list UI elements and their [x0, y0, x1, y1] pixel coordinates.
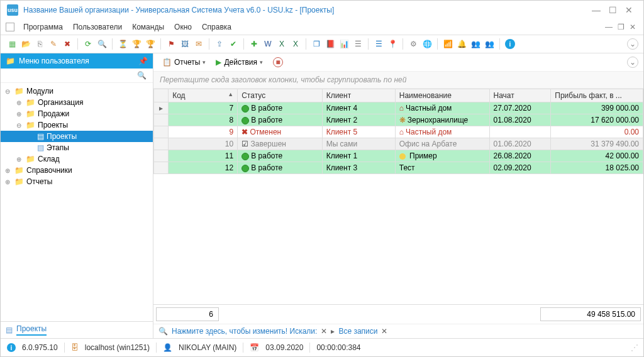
system-menu-icon[interactable] [6, 23, 14, 31]
table-row[interactable]: ▸7В работеКлиент 4⌂Частный дом27.07.2020… [154, 102, 643, 114]
toolbar-book-icon[interactable]: 📕 [324, 38, 336, 50]
cell-client: Клиент 1 [322, 150, 395, 162]
expand-icon[interactable]: ⊕ [14, 156, 23, 163]
data-grid[interactable]: Код▲ Статус Клиент Наименование Начат Пр… [153, 89, 643, 304]
col-name[interactable]: Наименование [395, 89, 489, 102]
toolbar-list-icon[interactable]: ☰ [352, 38, 364, 50]
toolbar-info-icon[interactable]: i [504, 38, 516, 50]
toolbar-globe-icon[interactable]: 🌐 [421, 38, 433, 50]
menu-help[interactable]: Справка [197, 21, 236, 33]
toolbar-trophy-icon[interactable]: 🏆 [130, 38, 143, 50]
col-code[interactable]: Код▲ [169, 89, 238, 102]
toolbar-open-icon[interactable]: 📂 [19, 38, 32, 50]
table-row[interactable]: 8В работеКлиент 2❋Зернохранилище01.08.20… [154, 114, 643, 126]
col-profit[interactable]: Прибыль факт, в ... [551, 89, 643, 102]
toolbar-check-icon[interactable]: ✔ [227, 38, 240, 50]
toolbar-plus-icon[interactable]: ✚ [248, 38, 260, 50]
col-client[interactable]: Клиент [322, 89, 395, 102]
toolbar-gear-icon[interactable]: ⚙ [407, 38, 419, 50]
toolbar-flag-icon[interactable]: ⚑ [165, 38, 177, 50]
toolbar-edit-icon[interactable]: ✎ [47, 38, 60, 50]
cell-started: 27.07.2020 [489, 102, 551, 114]
pin-icon[interactable]: 📌 [138, 57, 148, 65]
toolbar-mail-icon[interactable]: ✉ [192, 38, 205, 50]
table-row[interactable]: 11В работеКлиент 1 Пример26.08.202042 00… [154, 150, 643, 162]
tree-item-справочники[interactable]: ⊕📁Справочники [1, 165, 153, 176]
table-row[interactable]: 12В работеКлиент 3Тест02.09.202018 025.0… [154, 162, 643, 174]
calendar-icon: 📅 [250, 343, 259, 352]
toolbar-excel2-icon[interactable]: X [289, 38, 302, 50]
sidebar-tab-projects[interactable]: ▤ Проекты [1, 321, 153, 338]
toolbar-list2-icon[interactable]: ☰ [372, 38, 385, 50]
toolbar-pin-icon[interactable]: 📍 [386, 38, 399, 50]
menu-users[interactable]: Пользователи [68, 21, 127, 33]
resize-grip-icon[interactable]: ⋰ [631, 343, 637, 352]
toolbar-excel-icon[interactable]: X [275, 38, 288, 50]
toolbar-window-icon[interactable]: ❐ [310, 38, 323, 50]
close-button[interactable]: ✕ [621, 5, 637, 15]
toolbar-export-icon[interactable]: ⇪ [213, 38, 226, 50]
maximize-button[interactable]: ☐ [604, 5, 621, 15]
expand-icon[interactable]: ⊕ [3, 167, 12, 174]
group-by-bar[interactable]: Перетащите сюда заголовок колонки, чтобы… [153, 72, 643, 89]
tree-item-модули[interactable]: ⊖📁Модули [1, 85, 153, 97]
toolbar-users2-icon[interactable]: 👥 [483, 38, 496, 50]
toolbar-users-icon[interactable]: 👥 [469, 38, 482, 50]
tree-item-организация[interactable]: ⊕📁Организация [1, 97, 153, 108]
tree-item-склад[interactable]: ⊕📁Склад [1, 153, 153, 165]
tree-item-продажи[interactable]: ⊕📁Продажи [1, 108, 153, 119]
menu-commands[interactable]: Команды [127, 21, 169, 33]
status-cancel-icon: ✖ [242, 128, 248, 136]
toolbar-trophy2-icon[interactable]: 🏆 [144, 38, 157, 50]
tree-item-проекты[interactable]: ▤Проекты [1, 131, 153, 142]
expand-icon[interactable]: ⊕ [14, 99, 23, 106]
filter-all-records[interactable]: Все записи [338, 327, 377, 336]
table-row[interactable]: 10☑ ЗавершенМы самиОфис на Арбате01.06.2… [154, 138, 643, 150]
mdi-restore-button[interactable]: ❐ [615, 23, 627, 31]
toolbar-copy-icon[interactable]: ⎘ [33, 38, 46, 50]
expand-icon[interactable]: ⊕ [14, 111, 23, 118]
info-icon[interactable]: i [7, 343, 16, 352]
menu-window[interactable]: Окно [169, 21, 197, 33]
clear-search-icon[interactable]: ✕ [321, 327, 327, 336]
toolbar-new-icon[interactable]: ▦ [6, 38, 18, 50]
toolbar-chart-icon[interactable]: 📊 [338, 38, 350, 50]
actions-button[interactable]: ▶ Действия ▾ [212, 57, 267, 68]
grain-icon: ❋ [399, 116, 406, 124]
cell-started: 01.06.2020 [489, 138, 551, 150]
filter-hint[interactable]: Нажмите здесь, чтобы изменить! Искали: [172, 327, 317, 336]
stop-button[interactable]: ■ [269, 56, 287, 69]
toolbar-word-icon[interactable]: W [262, 38, 274, 50]
grid-collapse-icon[interactable]: ⌄ [627, 57, 638, 68]
toolbar-refresh-icon[interactable]: ⟳ [82, 38, 94, 50]
footer-count: 6 [156, 307, 219, 321]
expand-icon[interactable]: ⊖ [3, 88, 12, 95]
mdi-close-button[interactable]: ✕ [627, 23, 638, 31]
expand-icon[interactable]: ⊖ [14, 122, 23, 129]
minimize-button[interactable]: — [588, 5, 604, 15]
folder-icon: 📁 [26, 109, 35, 118]
toolbar-search-icon[interactable]: 🔍 [96, 38, 108, 50]
toolbar-delete-icon[interactable]: ✖ [61, 38, 74, 50]
reports-icon: 📋 [162, 58, 172, 67]
actions-label: Действия [224, 58, 257, 67]
toolbar-rss-icon[interactable]: 📶 [441, 38, 454, 50]
toolbar-collapse-icon[interactable]: ⌄ [627, 38, 638, 50]
menu-program[interactable]: Программа [18, 21, 68, 33]
search-icon[interactable]: 🔍 [137, 71, 150, 80]
tree-item-отчеты[interactable]: ⊕📁Отчеты [1, 176, 153, 187]
col-status[interactable]: Статус [238, 89, 322, 102]
toolbar-filter-icon[interactable]: ⏳ [116, 38, 129, 50]
reports-button[interactable]: 📋 Отчеты ▾ [158, 57, 209, 68]
folder-icon: 📁 [26, 98, 35, 107]
clear-filter-icon[interactable]: ✕ [381, 327, 387, 336]
toolbar-image-icon[interactable]: 🖼 [179, 38, 191, 50]
expand-icon[interactable]: ⊕ [3, 178, 12, 185]
tree-item-этапы[interactable]: ▤Этапы [1, 142, 153, 153]
table-row[interactable]: 9✖ ОтмененКлиент 5⌂Частный дом0.00 [154, 126, 643, 138]
mdi-minimize-button[interactable]: — [602, 23, 615, 31]
folder-icon: 📁 [6, 57, 15, 65]
tree-item-проекты[interactable]: ⊖📁Проекты [1, 119, 153, 131]
col-started[interactable]: Начат [489, 89, 551, 102]
toolbar-bell-icon[interactable]: 🔔 [455, 38, 468, 50]
